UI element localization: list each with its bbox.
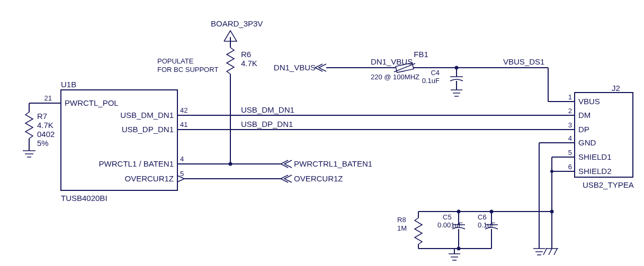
r6-ref: R6	[241, 50, 251, 59]
svg-point-52	[550, 210, 554, 214]
j2-pin1-num: 1	[568, 93, 572, 101]
c4-ref: C4	[431, 69, 440, 77]
capacitor-c4: C4 0.1uF	[422, 68, 463, 96]
fb1-value: 220 @ 100MHZ	[371, 73, 419, 81]
net-overcur1z: OVERCUR1Z	[294, 174, 343, 183]
svg-point-64	[457, 247, 461, 251]
r7-pkg: 0402	[37, 130, 55, 139]
capacitor-c6: C6 0.1uF	[478, 212, 498, 249]
j2-ref: J2	[612, 84, 620, 93]
j2-pin3-name: DP	[578, 125, 589, 134]
net-pwrctrl1: PWRCTRL1_BATEN1	[294, 159, 372, 168]
u1b-pin5-num: 5	[180, 170, 184, 178]
vbus-chain: DN1_VBUS DN1_VBUS FB1 220 @ 100MHZ C4 0.…	[274, 50, 561, 102]
net-usb-dm: USB_DM_DN1	[196, 105, 575, 115]
u1b-pin21-name: PWRCTL_POL	[65, 98, 119, 107]
note-populate-1: POPULATE	[157, 57, 194, 65]
resistor-r6: BOARD_3P3V R6 4.7K POPULATE FOR BC SUPPO…	[157, 19, 263, 166]
svg-line-50	[554, 249, 557, 255]
j2-pin3-num: 3	[568, 121, 572, 129]
u1b-pin5-name: OVERCUR1Z	[124, 174, 174, 183]
u1b-pin42-num: 42	[180, 106, 187, 114]
u1b-pin4-name: PWRCTL1 / BATEN1	[99, 159, 174, 168]
u1b-pin42-name: USB_DM_DN1	[120, 111, 174, 120]
r8-value: 1M	[397, 224, 407, 232]
u1b-pin41-name: USB_DP_DN1	[122, 125, 174, 134]
port-overcur1z: OVERCUR1Z	[196, 174, 343, 183]
r8-ref: R8	[397, 216, 406, 224]
net-usb-dm-label: USB_DM_DN1	[241, 105, 294, 114]
connector-j2: J2 USB2_TYPEA 1 VBUS 2 DM 3 DP 4 GND 5 S…	[561, 84, 634, 189]
net-usb-dp-label: USB_DP_DN1	[241, 120, 293, 129]
svg-line-48	[543, 249, 547, 255]
net-vbus-ds1: VBUS_DS1	[503, 57, 544, 66]
j2-pin4-num: 4	[568, 134, 572, 142]
net-usb-dp: USB_DP_DN1	[196, 120, 575, 130]
note-populate-2: FOR BC SUPPORT	[157, 66, 218, 74]
c5-ref: C5	[443, 213, 452, 221]
shield-filter: R8 1M C5 0.001uF C6 0.1uF	[397, 143, 561, 260]
resistor-r7: R7 4.7K 0402 5%	[23, 103, 55, 157]
j2-pin5-num: 5	[568, 149, 572, 157]
capacitor-c5: C5 0.001uF	[437, 212, 465, 249]
fb1-ref: FB1	[414, 50, 428, 59]
u1b-part: TUSB4020BI	[61, 194, 108, 203]
j2-pin1-name: VBUS	[578, 97, 600, 106]
svg-line-49	[549, 249, 552, 255]
j2-pin2-name: DM	[578, 111, 591, 120]
u1b-ref: U1B	[61, 80, 76, 89]
r7-tol: 5%	[37, 139, 49, 148]
c6-ref: C6	[478, 213, 487, 221]
j2-part: USB2_TYPEA	[583, 180, 634, 189]
r7-value: 4.7K	[37, 121, 53, 130]
r6-value: 4.7K	[241, 59, 257, 68]
schematic-canvas: U1B TUSB4020BI 21 PWRCTL_POL 42 USB_DM_D…	[0, 0, 644, 266]
resistor-r8: R8 1M	[397, 212, 422, 249]
c5-value: 0.001uF	[437, 221, 463, 229]
c4-value: 0.1uF	[422, 77, 440, 85]
u1b-pin4-num: 4	[180, 155, 184, 163]
svg-point-46	[550, 170, 553, 173]
net-dn1-vbus-label: DN1_VBUS	[371, 57, 413, 66]
port-dn1-vbus: DN1_VBUS	[274, 63, 316, 72]
u1b-pin21-num: 21	[44, 94, 52, 102]
c6-value: 0.1uF	[478, 221, 495, 229]
j2-pin4-name: GND	[578, 138, 596, 147]
port-pwrctrl1-baten1: PWRCTRL1_BATEN1	[196, 159, 372, 168]
power-rail-label: BOARD_3P3V	[211, 19, 263, 28]
u1b-pin41-num: 41	[180, 121, 187, 129]
ic-u1b: U1B TUSB4020BI 21 PWRCTL_POL 42 USB_DM_D…	[44, 80, 196, 203]
j2-pin6-num: 6	[568, 163, 572, 171]
j2-pin6-name: SHIELD2	[578, 167, 612, 176]
j2-pin2-num: 2	[568, 107, 572, 115]
j2-pin5-name: SHIELD1	[578, 152, 612, 161]
r7-ref: R7	[37, 112, 47, 121]
